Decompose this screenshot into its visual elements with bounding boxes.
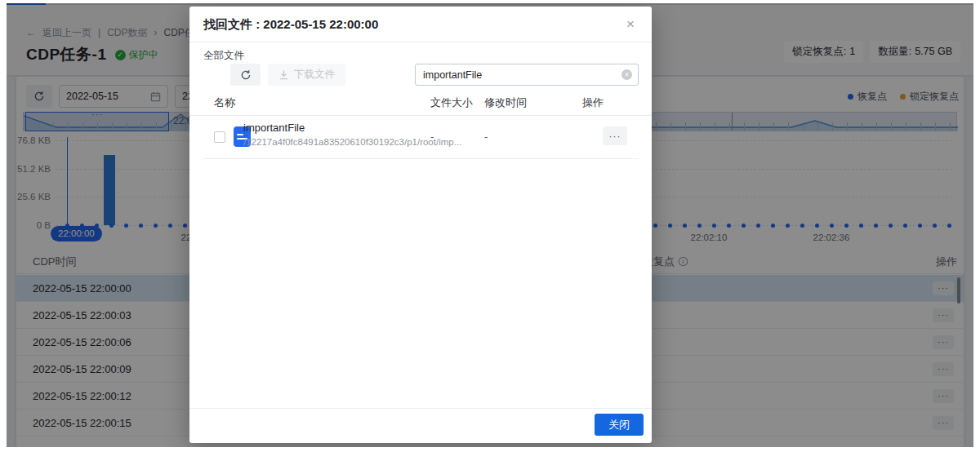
file-column-4: 操作 — [582, 95, 604, 110]
dialog-title: 找回文件 : 2022-05-15 22:00:00 — [203, 17, 378, 33]
all-files-label: 全部文件 — [203, 49, 244, 63]
download-file-button[interactable]: 下载文件 — [268, 64, 345, 86]
file-mtime-value: - — [484, 131, 488, 143]
file-table-header: 名称文件大小修改时间操作 — [189, 88, 652, 116]
download-label: 下载文件 — [294, 68, 335, 82]
file-name: importantFile — [243, 122, 305, 134]
file-search-input[interactable] — [416, 64, 638, 85]
row-divider — [203, 158, 638, 159]
file-list-refresh-button[interactable] — [230, 64, 261, 86]
file-column-2: 文件大小 — [430, 95, 473, 110]
dialog-header: 找回文件 : 2022-05-15 22:00:00 × — [189, 7, 652, 42]
close-icon[interactable]: × — [621, 15, 640, 34]
file-column-3: 修改时间 — [484, 95, 527, 110]
file-search-box: × — [415, 64, 639, 86]
close-button[interactable]: 关闭 — [595, 414, 644, 436]
file-column-1: 名称 — [214, 95, 235, 110]
footer-divider — [189, 408, 652, 409]
file-size-value: - — [430, 131, 434, 143]
file-more-actions-button[interactable]: ··· — [603, 126, 627, 145]
refresh-icon — [240, 69, 252, 81]
download-icon — [278, 69, 289, 80]
restore-file-dialog: 找回文件 : 2022-05-15 22:00:00 × 全部文件 下载文件 ×… — [189, 7, 652, 443]
file-table-row[interactable]: importantFile /12217a4f0fc8491a83520610f… — [189, 116, 652, 158]
file-checkbox[interactable] — [214, 131, 225, 143]
clear-icon[interactable]: × — [621, 69, 632, 80]
app-viewport: ← 返回上一页 | CDP数据 › CDP任务-1 CDP任务-1 ✓ 保护中 … — [7, 3, 973, 447]
file-path: /12217a4f0fc8491a83520610f30192c3/p1/roo… — [243, 137, 461, 147]
